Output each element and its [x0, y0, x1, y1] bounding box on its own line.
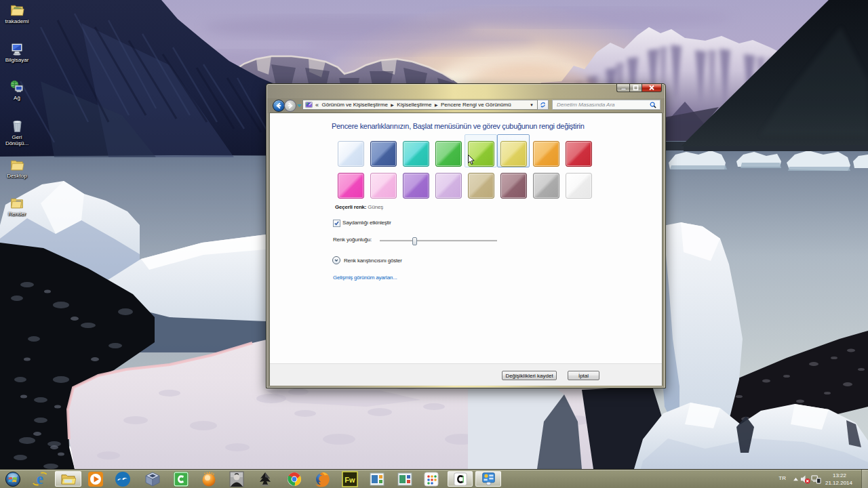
- svg-text:Fw: Fw: [344, 476, 355, 484]
